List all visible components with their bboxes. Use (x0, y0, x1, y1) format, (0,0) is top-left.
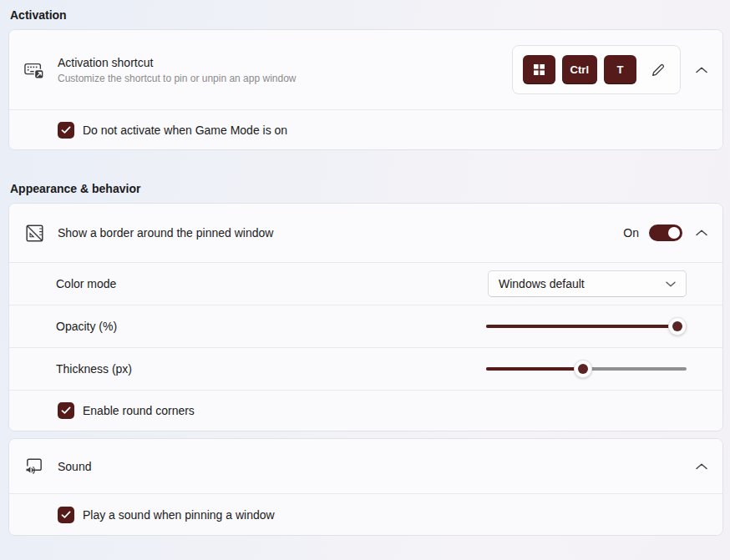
windows-logo-icon (534, 64, 545, 75)
activation-section-title: Activation (10, 7, 723, 23)
chevron-up-icon (696, 463, 707, 470)
ctrl-key: Ctrl (562, 55, 597, 84)
chevron-down-icon (666, 281, 676, 287)
activation-expander-chevron[interactable] (693, 62, 710, 78)
opacity-slider[interactable] (486, 317, 687, 335)
game-mode-row: Do not activate when Game Mode is on (9, 109, 722, 149)
thickness-label: Thickness (px) (56, 361, 132, 376)
color-mode-selected-value: Windows default (499, 277, 666, 290)
opacity-slider-thumb[interactable] (668, 317, 687, 335)
pencil-icon (650, 62, 667, 78)
opacity-row: Opacity (%) (9, 305, 722, 347)
checkmark-icon (61, 511, 71, 519)
keyboard-shortcut-icon (24, 60, 44, 80)
chevron-up-icon (696, 67, 707, 73)
slider-fill (486, 325, 677, 328)
round-corners-checkbox[interactable] (58, 402, 74, 419)
color-mode-label: Color mode (56, 276, 116, 291)
round-corners-label: Enable round corners (83, 404, 195, 417)
sound-label: Sound (58, 459, 91, 474)
ruler-icon (24, 223, 44, 243)
play-sound-row: Play a sound when pinning a window (9, 493, 722, 535)
slider-thumb-dot (672, 321, 682, 331)
sound-card: Sound Play a sound when pinning a window (8, 438, 723, 536)
t-key: T (604, 55, 636, 84)
border-toggle-row[interactable]: Show a border around the pinned window O… (9, 204, 722, 262)
thickness-slider-thumb[interactable] (574, 360, 592, 378)
edit-shortcut-button[interactable] (646, 58, 670, 82)
border-settings-card: Show a border around the pinned window O… (8, 203, 723, 431)
color-mode-row: Color mode Windows default (9, 262, 722, 305)
play-sound-checkbox[interactable] (58, 507, 74, 523)
round-corners-row: Enable round corners (9, 390, 722, 431)
shortcut-keys-box[interactable]: Ctrl T (512, 45, 681, 94)
slider-fill (486, 367, 583, 371)
appearance-section-title: Appearance & behavior (10, 180, 723, 197)
game-mode-label: Do not activate when Game Mode is on (83, 124, 287, 137)
thickness-row: Thickness (px) (9, 347, 722, 390)
color-mode-dropdown[interactable]: Windows default (488, 270, 687, 297)
slider-thumb-dot (578, 364, 588, 374)
sound-icon (24, 457, 44, 477)
activation-shortcut-titles: Activation shortcut Customize the shortc… (58, 55, 297, 85)
toggle-knob (668, 227, 680, 239)
checkmark-icon (61, 406, 71, 415)
activation-shortcut-card: Activation shortcut Customize the shortc… (8, 29, 723, 150)
opacity-label: Opacity (%) (56, 319, 117, 334)
activation-shortcut-description: Customize the shortcut to pin or unpin a… (58, 73, 297, 85)
sound-expander-chevron[interactable] (693, 458, 710, 475)
play-sound-label: Play a sound when pinning a window (83, 508, 275, 522)
game-mode-checkbox[interactable] (58, 122, 74, 139)
activation-shortcut-title: Activation shortcut (58, 55, 297, 70)
border-toggle-label: Show a border around the pinned window (58, 225, 273, 240)
windows-key (523, 55, 555, 84)
toggle-state-label: On (623, 226, 639, 240)
activation-shortcut-row[interactable]: Activation shortcut Customize the shortc… (9, 30, 722, 109)
border-expander-chevron[interactable] (693, 225, 710, 241)
sound-row[interactable]: Sound (9, 439, 722, 493)
checkmark-icon (61, 126, 71, 134)
thickness-slider[interactable] (486, 360, 687, 378)
border-toggle-switch[interactable] (649, 225, 682, 241)
chevron-up-icon (696, 230, 707, 236)
settings-page: Activation Activation shortcut Custom (0, 0, 730, 536)
